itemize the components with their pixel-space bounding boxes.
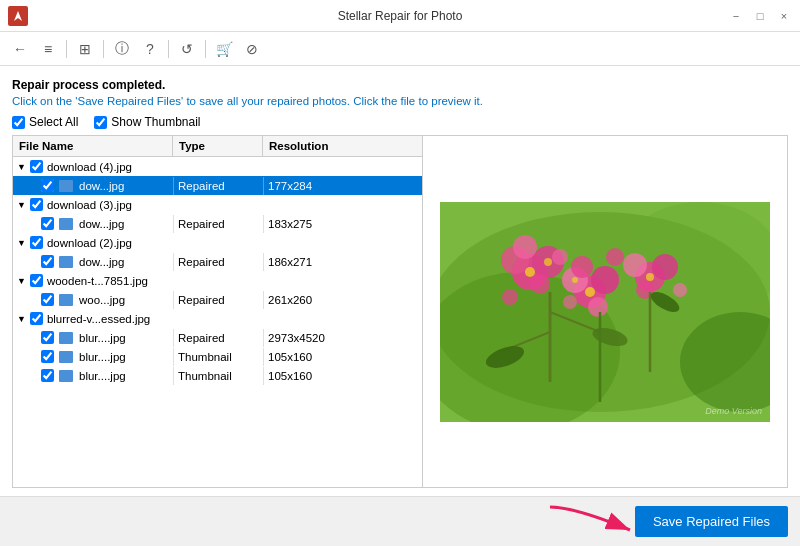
window-title: Stellar Repair for Photo xyxy=(338,9,463,23)
group-row[interactable]: ▼ blurred-v...essed.jpg xyxy=(13,309,422,328)
svg-point-24 xyxy=(563,295,577,309)
svg-point-36 xyxy=(544,258,552,266)
file-resolution-cell: 105x160 xyxy=(263,348,353,366)
group-row[interactable]: ▼ download (2).jpg xyxy=(13,233,422,252)
app-icon xyxy=(8,6,28,26)
table-row[interactable]: woo...jpg Repaired 261x260 xyxy=(13,290,422,309)
file-name-cell: blur....jpg xyxy=(13,328,173,347)
titlebar: Stellar Repair for Photo − □ × xyxy=(0,0,800,32)
close-button[interactable]: × xyxy=(776,8,792,24)
file-checkbox[interactable] xyxy=(41,331,54,344)
group-name: download (2).jpg xyxy=(47,237,132,249)
table-row[interactable]: dow...jpg Repaired 186x271 xyxy=(13,252,422,271)
table-row[interactable]: blur....jpg Thumbnail 105x160 xyxy=(13,366,422,385)
content-area: Repair process completed. Click on the '… xyxy=(0,66,800,496)
group-checkbox[interactable] xyxy=(30,198,43,211)
svg-point-20 xyxy=(552,249,568,265)
group-row[interactable]: ▼ download (3).jpg xyxy=(13,195,422,214)
file-icon xyxy=(59,218,73,230)
titlebar-left xyxy=(8,6,28,26)
file-checkbox[interactable] xyxy=(41,369,54,382)
toolbar-separator-1 xyxy=(66,40,67,58)
refresh-button[interactable]: ↺ xyxy=(175,37,199,61)
maximize-button[interactable]: □ xyxy=(752,8,768,24)
file-name-cell: blur....jpg xyxy=(13,366,173,385)
group-name: wooden-t...7851.jpg xyxy=(47,275,148,287)
save-repaired-files-button[interactable]: Save Repaired Files xyxy=(635,506,788,537)
table-body[interactable]: ▼ download (4).jpg dow...jpg Repaired 17… xyxy=(13,157,422,487)
file-checkbox[interactable] xyxy=(41,255,54,268)
file-checkbox[interactable] xyxy=(41,217,54,230)
file-name-cell: blur....jpg xyxy=(13,347,173,366)
file-name-cell: woo...jpg xyxy=(13,290,173,309)
file-icon xyxy=(59,370,73,382)
svg-marker-0 xyxy=(14,11,22,21)
file-name-cell: dow...jpg xyxy=(13,214,173,233)
table-row[interactable]: dow...jpg Repaired 177x284 xyxy=(13,176,422,195)
arrow-decoration xyxy=(545,502,645,542)
group-checkbox[interactable] xyxy=(30,312,43,325)
chevron-icon: ▼ xyxy=(17,238,26,248)
minimize-button[interactable]: − xyxy=(728,8,744,24)
menu-button[interactable]: ≡ xyxy=(36,37,60,61)
file-icon xyxy=(59,294,73,306)
show-thumbnail-label[interactable]: Show Thumbnail xyxy=(94,115,200,129)
status-info-text: Click on the 'Save Repaired Files' to sa… xyxy=(12,95,788,107)
file-resolution-cell: 186x271 xyxy=(263,253,353,271)
col-header-resolution: Resolution xyxy=(263,136,353,156)
col-header-type: Type xyxy=(173,136,263,156)
file-name: dow...jpg xyxy=(79,180,124,192)
file-type-cell: Thumbnail xyxy=(173,367,263,385)
col-header-filename: File Name xyxy=(13,136,173,156)
status-bold-text: Repair process completed. xyxy=(12,78,788,92)
file-checkbox[interactable] xyxy=(41,293,54,306)
group-checkbox[interactable] xyxy=(30,274,43,287)
file-name: blur....jpg xyxy=(79,351,126,363)
preview-area: Demo Version xyxy=(423,136,787,487)
info-button[interactable]: ⓘ xyxy=(110,37,134,61)
table-header: File Name Type Resolution xyxy=(13,136,422,157)
toolbar-separator-2 xyxy=(103,40,104,58)
svg-point-34 xyxy=(585,287,595,297)
file-name: dow...jpg xyxy=(79,256,124,268)
file-name-cell: dow...jpg xyxy=(13,176,173,195)
chevron-icon: ▼ xyxy=(17,162,26,172)
group-name: download (3).jpg xyxy=(47,199,132,211)
help-button[interactable]: ? xyxy=(138,37,162,61)
file-icon xyxy=(59,180,73,192)
chevron-icon: ▼ xyxy=(17,314,26,324)
file-name: blur....jpg xyxy=(79,370,126,382)
file-resolution-cell: 183x275 xyxy=(263,215,353,233)
svg-point-35 xyxy=(646,273,654,281)
svg-point-18 xyxy=(652,254,678,280)
table-row[interactable]: dow...jpg Repaired 183x275 xyxy=(13,214,422,233)
svg-point-10 xyxy=(530,274,550,294)
status-section: Repair process completed. Click on the '… xyxy=(12,78,788,107)
table-row[interactable]: blur....jpg Repaired 2973x4520 xyxy=(13,328,422,347)
select-all-checkbox[interactable] xyxy=(12,116,25,129)
file-resolution-cell: 177x284 xyxy=(263,177,353,195)
group-name: download (4).jpg xyxy=(47,161,132,173)
back-button[interactable]: ← xyxy=(8,37,32,61)
account-button[interactable]: ⊘ xyxy=(240,37,264,61)
cart-button[interactable]: 🛒 xyxy=(212,37,236,61)
group-checkbox[interactable] xyxy=(30,236,43,249)
group-name: blurred-v...essed.jpg xyxy=(47,313,150,325)
select-all-label[interactable]: Select All xyxy=(12,115,78,129)
svg-point-33 xyxy=(525,267,535,277)
svg-point-13 xyxy=(591,266,619,294)
svg-point-23 xyxy=(502,289,518,305)
svg-point-21 xyxy=(606,248,624,266)
file-type-cell: Repaired xyxy=(173,291,263,309)
file-checkbox[interactable] xyxy=(41,179,54,192)
svg-point-17 xyxy=(623,253,647,277)
grid-button[interactable]: ⊞ xyxy=(73,37,97,61)
group-checkbox[interactable] xyxy=(30,160,43,173)
group-row[interactable]: ▼ wooden-t...7851.jpg xyxy=(13,271,422,290)
show-thumbnail-checkbox[interactable] xyxy=(94,116,107,129)
table-row[interactable]: blur....jpg Thumbnail 105x160 xyxy=(13,347,422,366)
file-checkbox[interactable] xyxy=(41,350,54,363)
file-icon xyxy=(59,256,73,268)
checkbox-row: Select All Show Thumbnail xyxy=(12,115,788,129)
group-row[interactable]: ▼ download (4).jpg xyxy=(13,157,422,176)
